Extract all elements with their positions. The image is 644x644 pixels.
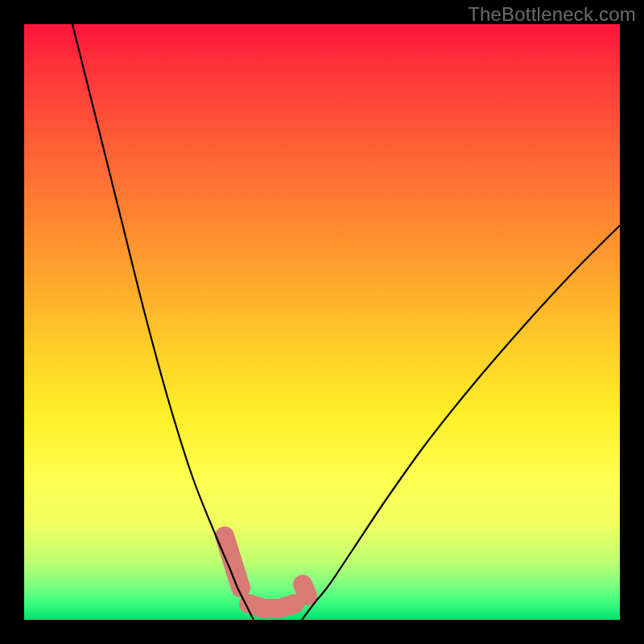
marker-blob-bottom (249, 604, 295, 609)
marker-cluster (225, 536, 308, 609)
curve-right (302, 225, 620, 620)
marker-blob-right (303, 584, 308, 596)
curves-svg (24, 24, 620, 620)
chart-frame: TheBottleneck.com (0, 0, 644, 644)
watermark-text: TheBottleneck.com (468, 3, 636, 26)
plot-area (24, 24, 620, 620)
